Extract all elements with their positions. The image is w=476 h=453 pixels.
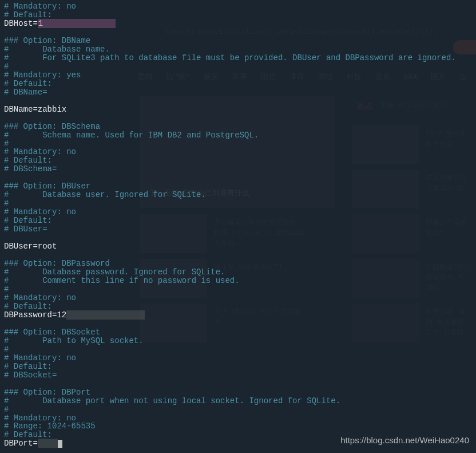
- comment-line: # Default:: [4, 10, 52, 19]
- config-key-dbname: DBName=zabbix: [4, 105, 66, 114]
- comment-line: # Database port when not using local soc…: [4, 396, 340, 405]
- comment-line: #: [4, 199, 9, 208]
- comment-line: # Mandatory: no: [4, 353, 76, 363]
- comment-line: #: [4, 345, 9, 354]
- comment-line: # Default:: [4, 216, 52, 225]
- comment-line: # Mandatory: no: [4, 147, 76, 156]
- comment-line: # DBName=: [4, 88, 47, 97]
- comment-line: # Mandatory: no: [4, 2, 76, 11]
- watermark-text: https://blog.csdn.net/WeiHao0240: [340, 436, 469, 445]
- comment-line: ### Option: DBName: [4, 36, 90, 45]
- comment-line: # Range: 1024-65535: [4, 422, 96, 431]
- comment-line: # DBSchema=: [4, 164, 57, 174]
- comment-line: #: [4, 62, 9, 71]
- comment-line: # Comment this line if no password is us…: [4, 276, 240, 285]
- comment-line: # Default:: [4, 430, 52, 439]
- comment-line: # Mandatory: no: [4, 293, 76, 302]
- comment-line: #: [4, 285, 9, 294]
- comment-line: # Default:: [4, 156, 52, 165]
- comment-line: # Default:: [4, 302, 52, 311]
- config-key-dbpassword: DBPassword=12: [4, 310, 66, 320]
- comment-line: ### Option: DBUser: [4, 182, 90, 191]
- comment-line: #: [4, 405, 9, 414]
- comment-line: # Default:: [4, 362, 52, 371]
- redacted-value: 1: [38, 19, 116, 28]
- redacted-value: [38, 439, 58, 448]
- comment-line: # Database password. Ignored for SQLite.: [4, 267, 225, 277]
- comment-line: # For SQLite3 path to database file must…: [4, 53, 456, 62]
- comment-line: ### Option: DBPassword: [4, 259, 110, 268]
- comment-line: # Path to MySQL socket.: [4, 336, 144, 345]
- comment-line: # Database user. Ignored for SQLite.: [4, 190, 206, 199]
- comment-line: ### Option: DBSchema: [4, 122, 100, 131]
- config-file-content[interactable]: # Mandatory: no # Default: DBHost=1 ### …: [0, 0, 476, 450]
- comment-line: # DBSocket=: [4, 371, 57, 380]
- redacted-value: [66, 310, 144, 320]
- cursor-icon: [58, 440, 62, 448]
- comment-line: # Mandatory: no: [4, 207, 76, 216]
- comment-line: # Schema name. Used for IBM DB2 and Post…: [4, 131, 259, 140]
- comment-line: # DBUser=: [4, 224, 47, 234]
- config-key-dbhost: DBHost=: [4, 19, 38, 28]
- config-key-dbuser: DBUser=root: [4, 242, 57, 251]
- comment-line: # Default:: [4, 79, 52, 88]
- comment-line: #: [4, 139, 9, 148]
- comment-line: # Database name.: [4, 45, 110, 54]
- config-key-dbport: DBPort=: [4, 439, 38, 448]
- comment-line: ### Option: DBSocket: [4, 328, 100, 337]
- comment-line: ### Option: DBPort: [4, 388, 90, 397]
- comment-line: # Mandatory: no: [4, 413, 76, 423]
- comment-line: # Mandatory: yes: [4, 70, 81, 80]
